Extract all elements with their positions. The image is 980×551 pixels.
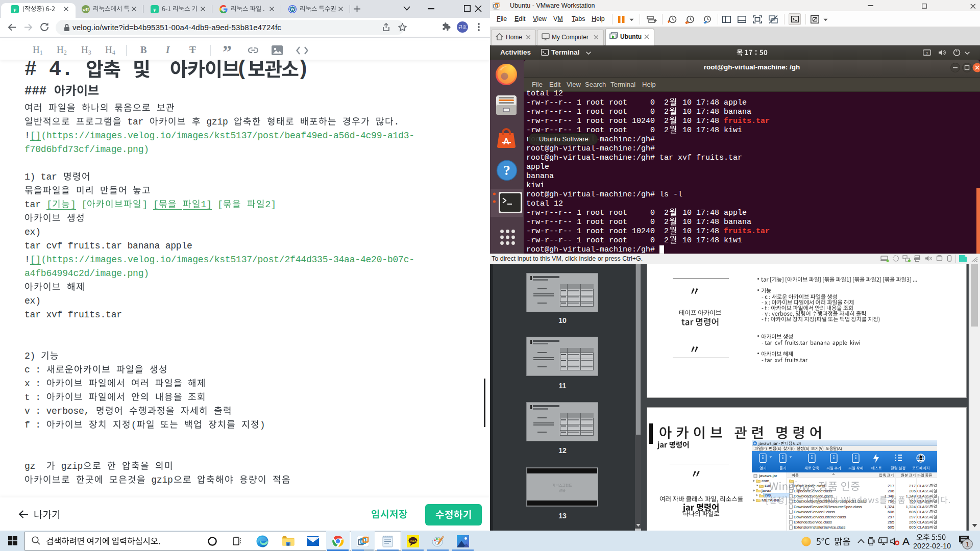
svg-text:W: W [290,7,295,12]
svg-text:?: ? [926,51,928,56]
svg-text:?: ? [503,163,510,178]
svg-text:v: v [153,6,156,13]
svg-text:wH: wH [83,8,89,12]
svg-text:v: v [13,6,16,13]
svg-text:1: 1 [966,541,969,548]
svg-text:A: A [503,137,509,146]
svg-text:TALK: TALK [409,539,416,542]
